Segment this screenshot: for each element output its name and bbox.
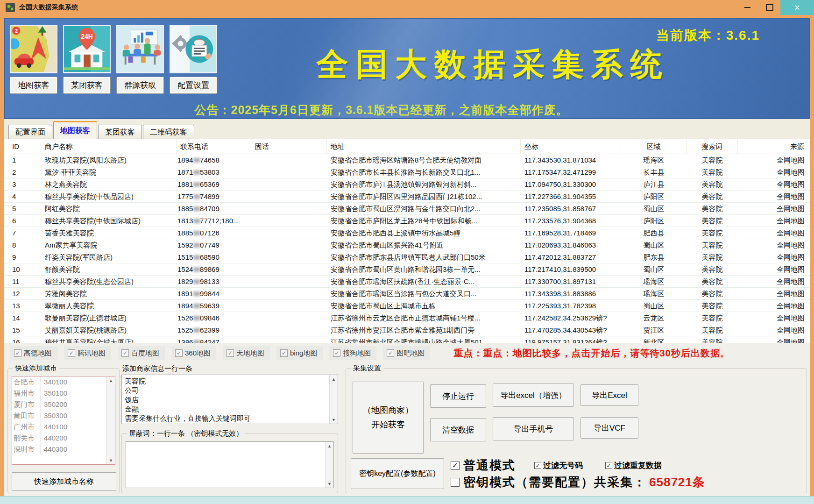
- table-row[interactable]: 13翠微丽人美容院18948859639安徽省合肥市蜀山区上海城市五栋117.2…: [4, 300, 810, 312]
- tab-qrcode[interactable]: 二维码获客: [143, 125, 194, 139]
- settings-icon[interactable]: [170, 25, 217, 73]
- filter-duplicate-label: 过滤重复数据: [614, 460, 662, 471]
- column-header-name[interactable]: 商户名称: [41, 139, 177, 154]
- cell-landline: [251, 263, 327, 275]
- export-phone-button[interactable]: 导出手机号: [493, 417, 574, 440]
- keyed-mode-checkbox[interactable]: [451, 478, 460, 487]
- toolbar-item-map[interactable]: 2 地图获客: [10, 25, 57, 94]
- export-vcf-button[interactable]: 导出VCF: [580, 417, 638, 439]
- city-listbox[interactable]: 合肥市340100福州市350100厦门市350200莆田市350300广州市4…: [12, 376, 115, 465]
- normal-mode-checkbox[interactable]: [451, 461, 460, 470]
- table-row[interactable]: 1玫瑰坊美容院(凤阳东路店)18948874658安徽省合肥市瑶海区站塘路8号合…: [4, 154, 810, 166]
- table-row[interactable]: 9纤姿美容院(军民路店)15158868590安徽省合肥市肥东县店埠镇军民巷人武…: [4, 251, 810, 263]
- map-acquire-button[interactable]: 地图获客: [10, 77, 57, 94]
- scroll-up-icon[interactable]: ▲: [326, 442, 333, 450]
- cell-phone: 18948859639: [177, 300, 251, 312]
- scroll-up-icon[interactable]: ▲: [330, 375, 338, 383]
- checkbox-icon: ✓: [387, 349, 394, 357]
- cell-id: 14: [4, 312, 41, 324]
- table-row[interactable]: 2黛汐·菲菲美容院18718853803安徽省合肥市长丰县长淮路与长新路交叉口北…: [4, 166, 810, 178]
- business-keywords-textarea[interactable]: 美容院公司饭店金融需要采集什么行业，直接输入关键词即可 ▲ ▼: [121, 375, 338, 424]
- toolbar-item-shop[interactable]: 24H 某团获客: [63, 25, 111, 94]
- cell-name: 芳雅阁美容院: [41, 288, 177, 299]
- column-header-keyword[interactable]: 搜索词: [687, 139, 738, 154]
- filter-no-number-checkbox[interactable]: [534, 462, 541, 469]
- map-source-checkbox-百度地图[interactable]: ✓百度地图: [118, 346, 165, 360]
- group-source-button[interactable]: 群源获取: [116, 77, 164, 94]
- table-row[interactable]: 7茵香美雅美容院18858807126安徽省合肥市肥西县上派镇中街水晶城5幢11…: [4, 227, 810, 239]
- column-header-phone[interactable]: 联系电话: [177, 139, 251, 154]
- map-source-checkbox-360地图[interactable]: ✓360地图: [171, 346, 216, 360]
- column-header-region[interactable]: 区域: [621, 139, 687, 154]
- city-list-scrollbar[interactable]: ▲ ▼: [106, 376, 115, 464]
- city-list-item[interactable]: 深圳市440300: [12, 444, 115, 455]
- scroll-down-icon[interactable]: ▼: [330, 416, 338, 424]
- scroll-down-icon[interactable]: ▼: [107, 456, 115, 464]
- export-excel-enhanced-button[interactable]: 导出excel（增强）: [493, 383, 574, 407]
- city-list-item[interactable]: 韶关市440200: [12, 433, 115, 444]
- city-list-item[interactable]: 厦门市350200: [12, 399, 115, 410]
- team-icon[interactable]: [116, 25, 164, 73]
- table-row[interactable]: 8Am家共享美容院15928807749安徽省合肥市蜀山区振兴路41号附近117…: [4, 239, 810, 251]
- toolbar-item-team[interactable]: 群源获取: [116, 25, 164, 94]
- map-source-checkbox-bing地图[interactable]: ✓bing地图: [276, 346, 323, 360]
- minimize-button[interactable]: [736, 0, 758, 15]
- cell-coords: 117.470285,34.430543锛?: [521, 324, 621, 336]
- key-config-button[interactable]: 密钥key配置(参数配置): [351, 458, 444, 489]
- stop-button[interactable]: 停止运行: [430, 384, 486, 408]
- phone-obscured-digits: 88: [193, 277, 200, 285]
- column-header-address[interactable]: 地址: [327, 139, 521, 154]
- cell-source: 全网地图: [738, 336, 810, 343]
- tab-group-buy[interactable]: 某团获客: [98, 125, 142, 139]
- phone-obscured-digits: 88: [193, 253, 200, 261]
- table-row[interactable]: 11穆丝共享美容院(生态公园店)18298898133安徽省合肥市瑶海区扶疏路(…: [4, 276, 810, 288]
- maximize-button[interactable]: [758, 0, 780, 15]
- close-button[interactable]: ✕: [780, 0, 814, 15]
- table-row[interactable]: 3林之燕美容院18818865369安徽省合肥市庐江县汤池镇银河路银河新村斜..…: [4, 178, 810, 191]
- table-row[interactable]: 15艾丽嘉妍美容院(桃源路店)15258862399江苏省徐州市贾汪区合肥市紫金…: [4, 324, 810, 336]
- scroll-up-icon[interactable]: ▲: [107, 376, 115, 384]
- scroll-down-icon[interactable]: ▼: [326, 480, 333, 488]
- city-list-item[interactable]: 合肥市340100: [12, 376, 115, 388]
- table-row[interactable]: 6穆丝共享美容院(中铁国际城店)18138877712;180...安徽省合肥市…: [4, 215, 810, 227]
- city-list-item[interactable]: 福州市350100: [12, 388, 115, 399]
- table-row[interactable]: 16穆丝共享美容院(金城大厦店)13868884247江苏省常州市新北区合肥市峨…: [4, 336, 810, 343]
- toolbar-item-settings[interactable]: 配置设置: [170, 25, 217, 94]
- collect-settings-legend: 采集设置: [351, 364, 383, 373]
- city-list-item[interactable]: 莆田市350300: [12, 410, 115, 421]
- keywords-scrollbar[interactable]: ▲ ▼: [329, 375, 338, 424]
- export-excel-button[interactable]: 导出Excel: [580, 384, 638, 406]
- column-header-coords[interactable]: 坐标: [521, 139, 621, 154]
- table-row[interactable]: 4穆丝共享美容院(中铁品园店)17758874899安徽省合肥市庐阳区四里河路品…: [4, 191, 810, 203]
- map-source-checkbox-高德地图[interactable]: ✓高德地图: [10, 346, 57, 360]
- cell-phone: 18718853803: [177, 166, 251, 178]
- blocked-scrollbar[interactable]: ▲ ▼: [325, 442, 333, 488]
- blocked-words-textarea[interactable]: ▲ ▼: [126, 441, 334, 488]
- normal-mode-label: 普通模式: [463, 457, 516, 474]
- map-source-checkbox-天地地图[interactable]: ✓天地地图: [223, 346, 270, 360]
- phone-obscured-digits: 88: [193, 192, 200, 200]
- config-settings-button[interactable]: 配置设置: [170, 77, 217, 94]
- filter-duplicate-checkbox[interactable]: [605, 462, 612, 469]
- column-header-landline[interactable]: 固话: [251, 139, 327, 154]
- add-city-button[interactable]: 快速添加城市名称: [12, 472, 116, 491]
- tab-config[interactable]: 配置界面: [8, 125, 52, 139]
- map-source-checkbox-图吧地图[interactable]: ✓图吧地图: [383, 346, 430, 360]
- table-row[interactable]: 14歌曼丽美容院(正德君城店)15268809846江苏省徐州市云龙区合肥市正德…: [4, 312, 810, 324]
- map-source-checkbox-搜狗地图[interactable]: ✓搜狗地图: [329, 346, 376, 360]
- map-icon[interactable]: 2: [10, 25, 57, 73]
- table-row[interactable]: 12芳雅阁美容院18918899844安徽省合肥市瑶海区当涂路与包公大道交叉口.…: [4, 288, 810, 300]
- start-collect-button[interactable]: （地图商家） 开始获客: [353, 382, 424, 454]
- tab-map-acquire[interactable]: 地图获客: [53, 121, 97, 139]
- phone-obscured-digits: 88: [193, 205, 200, 213]
- map-source-checkbox-腾讯地图[interactable]: ✓腾讯地图: [64, 346, 111, 360]
- shop-24h-icon[interactable]: 24H: [63, 25, 111, 73]
- column-header-id[interactable]: ID: [4, 139, 41, 154]
- clear-data-button[interactable]: 清空数据: [430, 418, 486, 441]
- column-header-source[interactable]: 来源: [738, 139, 810, 154]
- table-row[interactable]: 10舒颜美容院15248889869安徽省合肥市蜀山区黄山路和谐花园3栋一单元.…: [4, 263, 810, 276]
- table-row[interactable]: 5阿红美容院18858884709安徽省合肥市蜀山区淠河路与金牛路交口向北2..…: [4, 203, 810, 215]
- group-buy-button[interactable]: 某团获客: [63, 77, 111, 94]
- city-list-item[interactable]: 广州市440100: [12, 421, 115, 433]
- city-code: 440100: [41, 421, 67, 433]
